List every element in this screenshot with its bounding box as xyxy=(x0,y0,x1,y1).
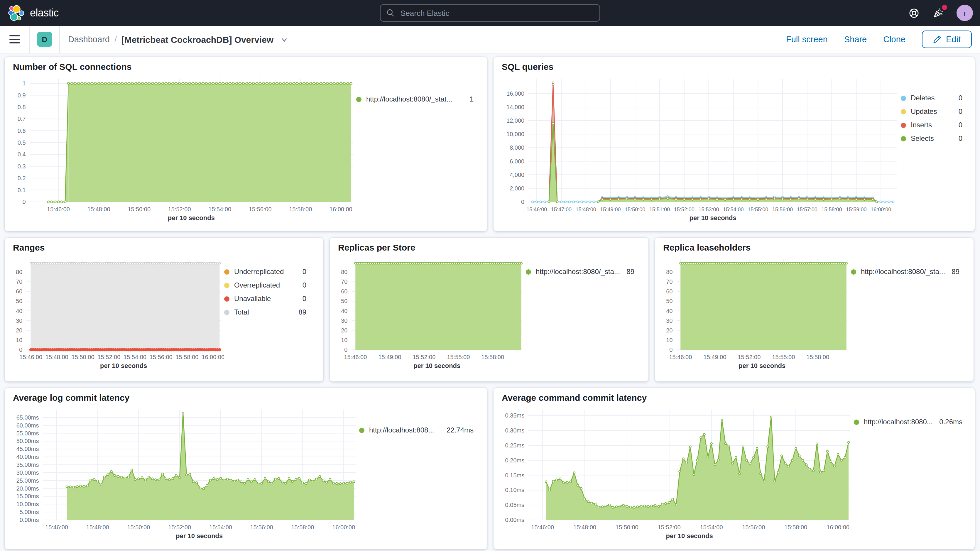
chart-replicas-per-store[interactable]: 15:46:0015:49:0015:52:0015:55:0015:58:00… xyxy=(338,253,526,371)
panel-row-1: Number of SQL connections 15:46:0015:48:… xyxy=(5,57,975,231)
legend-value: 0 xyxy=(959,134,963,143)
svg-text:15:56:00: 15:56:00 xyxy=(150,354,172,360)
svg-text:0.7: 0.7 xyxy=(18,116,26,122)
chart-log-commit-latency[interactable]: 15:46:0015:48:0015:50:0015:52:0015:54:00… xyxy=(13,404,359,541)
svg-text:4,000: 4,000 xyxy=(510,172,524,178)
nav-actions: Full screen Share Clone Edit xyxy=(786,30,972,48)
svg-text:15:56:00: 15:56:00 xyxy=(772,207,793,212)
svg-text:15:48:00: 15:48:00 xyxy=(88,206,110,212)
legend-dot xyxy=(224,269,229,274)
svg-text:0.1: 0.1 xyxy=(18,187,26,193)
svg-text:0.00ms: 0.00ms xyxy=(505,517,525,523)
legend-value: 22.74ms xyxy=(447,426,474,434)
menu-button[interactable] xyxy=(10,35,20,44)
legend-ranges: Underreplicated 0 Overreplicated 0 Unava… xyxy=(224,268,306,377)
legend-item-selects[interactable]: Selects 0 xyxy=(901,134,963,143)
svg-text:15:50:00: 15:50:00 xyxy=(127,206,151,212)
pencil-icon xyxy=(933,35,941,43)
svg-text:80: 80 xyxy=(341,269,347,275)
svg-text:50: 50 xyxy=(341,298,347,304)
legend-item-underreplicated[interactable]: Underreplicated 0 xyxy=(224,268,306,276)
svg-text:15:46:00: 15:46:00 xyxy=(45,524,68,530)
panel-title: SQL queries xyxy=(502,62,967,72)
svg-text:15:46:00: 15:46:00 xyxy=(527,207,547,212)
svg-text:15:48:00: 15:48:00 xyxy=(576,207,596,212)
legend-label: Total xyxy=(234,308,249,316)
svg-text:0.3: 0.3 xyxy=(18,163,26,170)
svg-text:0: 0 xyxy=(669,347,673,353)
svg-text:30.00ms: 30.00ms xyxy=(16,470,39,476)
svg-text:15:58:00: 15:58:00 xyxy=(291,524,314,530)
elastic-logo[interactable]: elastic xyxy=(8,5,59,21)
full-screen-button[interactable]: Full screen xyxy=(786,35,828,44)
global-search[interactable] xyxy=(380,4,600,22)
logo-text: elastic xyxy=(30,7,59,19)
svg-text:0.35ms: 0.35ms xyxy=(505,412,525,419)
legend-item[interactable]: http://localhost:808... 22.74ms xyxy=(359,426,474,434)
svg-text:35.00ms: 35.00ms xyxy=(16,462,39,468)
panel-command-commit-latency: Average command commit latency 15:46:001… xyxy=(493,388,975,549)
svg-text:15:54:00: 15:54:00 xyxy=(124,354,146,360)
legend-item-unavailable[interactable]: Unavailable 0 xyxy=(224,295,306,303)
title-dropdown-button[interactable] xyxy=(280,35,288,43)
svg-text:15:52:00: 15:52:00 xyxy=(658,524,681,530)
svg-text:10: 10 xyxy=(16,337,22,343)
svg-text:10.00ms: 10.00ms xyxy=(16,501,39,507)
legend-item-total[interactable]: Total 89 xyxy=(224,308,306,316)
panel-sql-queries: SQL queries 15:46:0015:47:0015:48:0015:4… xyxy=(493,57,975,231)
legend-item-updates[interactable]: Updates 0 xyxy=(901,107,963,116)
header-actions: r xyxy=(907,5,973,21)
legend-label: Underreplicated xyxy=(234,268,284,276)
svg-text:50: 50 xyxy=(666,298,673,304)
chart-sql-connections[interactable]: 15:46:0015:48:0015:50:0015:52:0015:54:00… xyxy=(13,73,356,223)
svg-text:5.00ms: 5.00ms xyxy=(20,509,39,515)
svg-text:0: 0 xyxy=(22,199,25,205)
chart-ranges[interactable]: 15:46:0015:48:0015:50:0015:52:0015:54:00… xyxy=(13,253,224,371)
panel-sql-connections: Number of SQL connections 15:46:0015:48:… xyxy=(5,57,487,231)
svg-text:15:53:00: 15:53:00 xyxy=(698,207,719,212)
dashboard-badge[interactable]: D xyxy=(37,32,52,47)
legend-dot xyxy=(526,269,531,274)
chart-replica-leaseholders[interactable]: 15:46:0015:49:0015:52:0015:55:0015:58:00… xyxy=(663,253,851,371)
svg-text:65.00ms: 65.00ms xyxy=(16,414,39,421)
clone-button[interactable]: Clone xyxy=(883,35,905,44)
panel-log-commit-latency: Average log commit latency 15:46:0015:48… xyxy=(5,388,487,549)
breadcrumb-dashboard-link[interactable]: Dashboard xyxy=(68,35,110,44)
legend-value: 89 xyxy=(951,268,959,276)
legend-value: 89 xyxy=(298,308,306,316)
svg-text:15:48:00: 15:48:00 xyxy=(46,354,68,360)
svg-text:0: 0 xyxy=(344,347,347,353)
legend-item[interactable]: http://localhost:8080/_sta... 89 xyxy=(851,268,959,276)
search-input[interactable] xyxy=(399,8,600,18)
svg-text:15:46:00: 15:46:00 xyxy=(19,354,42,360)
share-button[interactable]: Share xyxy=(844,35,867,44)
chart-command-commit-latency[interactable]: 15:46:0015:48:0015:50:0015:52:0015:54:00… xyxy=(502,404,854,541)
help-button[interactable] xyxy=(907,6,920,19)
svg-text:20: 20 xyxy=(341,327,347,334)
legend-item[interactable]: http://localhost:8080/_sta... 89 xyxy=(526,268,634,276)
help-icon xyxy=(908,7,919,19)
legend-replicas-per-store: http://localhost:8080/_sta... 89 xyxy=(526,268,634,377)
panel-title: Replica leaseholders xyxy=(663,242,965,252)
chevron-down-icon xyxy=(280,35,288,43)
svg-text:15:52:00: 15:52:00 xyxy=(674,207,695,212)
dashboard-nav-bar: D Dashboard / [Metricbeat CockroachDB] O… xyxy=(0,26,980,53)
legend-item[interactable]: http://localhost:8080... 0.26ms xyxy=(854,418,963,426)
legend-value: 1 xyxy=(470,95,474,103)
edit-button[interactable]: Edit xyxy=(922,30,972,48)
legend-value: 0 xyxy=(959,121,963,129)
panel-replica-leaseholders: Replica leaseholders 15:46:0015:49:0015:… xyxy=(655,238,974,381)
legend-item-inserts[interactable]: Inserts 0 xyxy=(901,121,963,129)
news-button[interactable] xyxy=(932,6,945,19)
svg-text:0.4: 0.4 xyxy=(18,151,26,158)
legend-item-overreplicated[interactable]: Overreplicated 0 xyxy=(224,281,306,289)
svg-text:30: 30 xyxy=(341,317,347,324)
svg-text:per 10 seconds: per 10 seconds xyxy=(414,362,460,369)
legend-item-deletes[interactable]: Deletes 0 xyxy=(901,94,963,102)
chart-sql-queries[interactable]: 15:46:0015:47:0015:48:0015:49:0015:50:00… xyxy=(502,73,901,223)
svg-text:50: 50 xyxy=(16,298,22,304)
user-avatar[interactable]: r xyxy=(956,5,973,21)
legend-item[interactable]: http://localhost:8080/_stat... 1 xyxy=(356,95,474,103)
svg-text:15:54:00: 15:54:00 xyxy=(723,207,743,212)
edit-button-label: Edit xyxy=(946,35,961,44)
